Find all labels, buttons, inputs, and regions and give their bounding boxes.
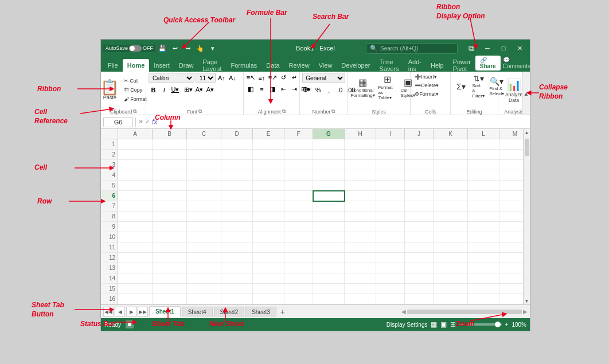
- cell-H9[interactable]: [345, 222, 376, 232]
- cell-D11[interactable]: [221, 242, 253, 253]
- scroll-track[interactable]: [524, 136, 530, 298]
- cell-I8[interactable]: [376, 212, 405, 222]
- cell-K2[interactable]: [434, 150, 468, 160]
- cell-H5[interactable]: [345, 181, 376, 191]
- comments-button[interactable]: 💬 Comments: [503, 57, 530, 69]
- cell-F2[interactable]: [284, 150, 313, 160]
- cell-I6[interactable]: [376, 191, 405, 201]
- row-2[interactable]: 2: [101, 150, 118, 160]
- cell-B10[interactable]: [153, 232, 187, 242]
- cell-E1[interactable]: [253, 139, 284, 150]
- cell-C9[interactable]: [187, 222, 221, 232]
- cell-F5[interactable]: [284, 181, 313, 191]
- zoom-slider[interactable]: [467, 323, 502, 326]
- cell-E9[interactable]: [253, 222, 284, 232]
- percent-button[interactable]: %: [313, 85, 323, 95]
- col-header-C[interactable]: C: [187, 129, 221, 139]
- tab-formulas[interactable]: Formulas: [227, 59, 262, 72]
- bold-button[interactable]: B: [149, 85, 158, 95]
- cell-H7[interactable]: [345, 201, 376, 212]
- cell-H15[interactable]: [345, 284, 376, 294]
- cell-E6[interactable]: [253, 191, 284, 201]
- normal-view-icon[interactable]: ▦: [431, 320, 437, 328]
- cell-I15[interactable]: [376, 284, 405, 294]
- cell-C13[interactable]: [187, 263, 221, 273]
- cell-B7[interactable]: [153, 201, 187, 212]
- fill-color-button[interactable]: A▾: [194, 85, 204, 95]
- cell-I7[interactable]: [376, 201, 405, 212]
- cell-C7[interactable]: [187, 201, 221, 212]
- zoom-level[interactable]: 100%: [512, 322, 526, 328]
- cell-M11[interactable]: [499, 242, 523, 253]
- underline-button[interactable]: U▾: [170, 85, 180, 95]
- cell-E8[interactable]: [253, 212, 284, 222]
- cell-L4[interactable]: [468, 170, 499, 181]
- cell-L12[interactable]: [468, 253, 499, 263]
- cell-M6[interactable]: [499, 191, 523, 201]
- collapse-ribbon-button[interactable]: ▲: [522, 72, 530, 115]
- row-8[interactable]: 8: [101, 212, 118, 222]
- cell-M15[interactable]: [499, 284, 523, 294]
- cell-H1[interactable]: [345, 139, 376, 150]
- tab-draw[interactable]: Draw: [174, 59, 198, 72]
- cell-K8[interactable]: [434, 212, 468, 222]
- cell-D5[interactable]: [221, 181, 253, 191]
- cell-M9[interactable]: [499, 222, 523, 232]
- tab-help[interactable]: Help: [426, 59, 448, 72]
- cell-E16[interactable]: [253, 294, 284, 304]
- format-as-table-button[interactable]: ⊞ Format asTable▾: [376, 73, 398, 101]
- cell-K13[interactable]: [434, 263, 468, 273]
- cell-B4[interactable]: [153, 170, 187, 181]
- cell-I12[interactable]: [376, 253, 405, 263]
- font-expand-icon[interactable]: ⧉: [198, 108, 202, 115]
- cell-A6[interactable]: [118, 191, 153, 201]
- zoom-plus-icon[interactable]: +: [505, 322, 509, 328]
- tab-data[interactable]: Data: [261, 59, 284, 72]
- cell-A4[interactable]: [118, 170, 153, 181]
- accounting-format-button[interactable]: $▾: [302, 85, 312, 95]
- sheet-scroll-right[interactable]: ▶: [523, 308, 528, 315]
- cell-I4[interactable]: [376, 170, 405, 181]
- wrap-text-button[interactable]: ↵: [290, 73, 299, 83]
- cell-D13[interactable]: [221, 263, 253, 273]
- col-header-H[interactable]: H: [345, 129, 376, 139]
- col-header-K[interactable]: K: [434, 129, 468, 139]
- cell-A10[interactable]: [118, 232, 153, 242]
- cell-C14[interactable]: [187, 273, 221, 284]
- row-1[interactable]: 1: [101, 139, 118, 150]
- copy-button[interactable]: ⿻Copy: [122, 86, 149, 94]
- vertical-scrollbar[interactable]: ▲ ▼: [523, 129, 530, 304]
- cell-G7[interactable]: [313, 201, 345, 212]
- cell-L2[interactable]: [468, 150, 499, 160]
- cell-H14[interactable]: [345, 273, 376, 284]
- redo-icon[interactable]: ↪: [182, 43, 193, 53]
- cell-I3[interactable]: [376, 160, 405, 170]
- cell-J15[interactable]: [405, 284, 434, 294]
- cell-F6[interactable]: [284, 191, 313, 201]
- cell-A7[interactable]: [118, 201, 153, 212]
- cell-C2[interactable]: [187, 150, 221, 160]
- ribbon-display-button[interactable]: ⧉: [463, 40, 479, 56]
- row-4[interactable]: 4: [101, 170, 118, 181]
- cell-A12[interactable]: [118, 253, 153, 263]
- cell-B11[interactable]: [153, 242, 187, 253]
- align-top-right-button[interactable]: ≡↗: [268, 73, 278, 83]
- cell-F4[interactable]: [284, 170, 313, 181]
- alignment-expand-icon[interactable]: ⧉: [282, 108, 286, 115]
- cell-K5[interactable]: [434, 181, 468, 191]
- cell-J12[interactable]: [405, 253, 434, 263]
- cell-J7[interactable]: [405, 201, 434, 212]
- sheet-nav-first[interactable]: ◀◀: [103, 307, 114, 317]
- sheet-nav-prev[interactable]: ◀: [115, 307, 125, 317]
- decrease-indent-button[interactable]: ⇤: [279, 84, 288, 94]
- search-bar[interactable]: 🔍 Search (Alt+Q): [366, 43, 458, 54]
- cell-M12[interactable]: [499, 253, 523, 263]
- cell-H2[interactable]: [345, 150, 376, 160]
- col-header-F[interactable]: F: [284, 129, 313, 139]
- cell-I5[interactable]: [376, 181, 405, 191]
- cell-H11[interactable]: [345, 242, 376, 253]
- cell-L16[interactable]: [468, 294, 499, 304]
- cell-F8[interactable]: [284, 212, 313, 222]
- col-header-J[interactable]: J: [405, 129, 434, 139]
- cell-L10[interactable]: [468, 232, 499, 242]
